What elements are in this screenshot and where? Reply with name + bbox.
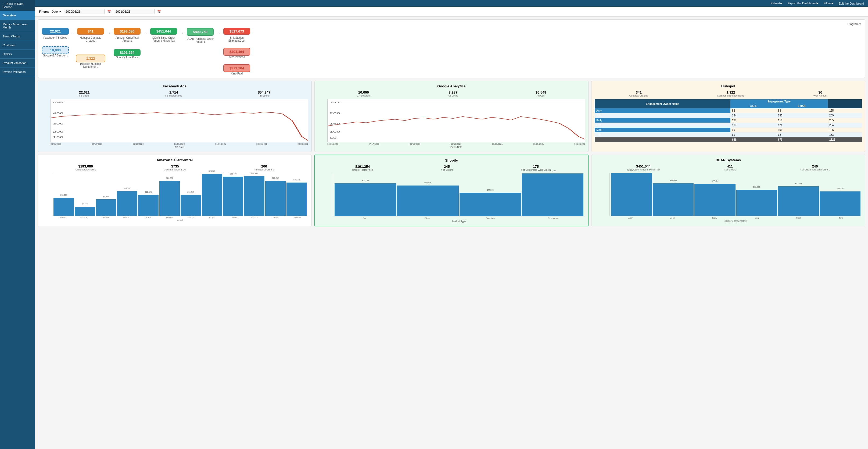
ga-x-tick-0: 05/31/2020 <box>327 143 338 145</box>
row-email-lisa: 121 <box>776 123 828 128</box>
bar-item: $12,049 <box>181 195 201 216</box>
sidebar-item-orders[interactable]: Orders <box>0 50 35 59</box>
sidebar-item-metrics[interactable]: Metrics Month over Month <box>0 20 35 32</box>
x-tick: Tom <box>820 217 862 219</box>
google-metrics: 10,000 GA Sessions 3,287 Ad Clicks $6,54… <box>318 90 585 97</box>
date-from-input[interactable] <box>64 9 104 14</box>
arrow-5: → <box>215 31 222 35</box>
fb-x-label: FB Date <box>51 146 308 148</box>
fb-x-tick-0: 05/31/2020 <box>51 143 61 145</box>
fb-x-tick-2: 09/13/2020 <box>133 143 144 145</box>
flow-label-hubspot-engagements: Hubspot Hubspot Number of... <box>76 62 105 68</box>
fb-spend-metric: $54,347 FB Spend <box>258 90 270 97</box>
shopify-chart-area: $62,105$58,685$44,936$81,039 BarPlateSan… <box>318 173 585 222</box>
row-email-kelly: 116 <box>776 118 828 123</box>
bar-item: $22,730 <box>223 177 244 216</box>
sidebar-item-invoice[interactable]: Invoice Validation <box>0 67 35 77</box>
sidebar-item-product[interactable]: Product Validation <box>0 59 35 67</box>
sidebar-item-trend[interactable]: Trend Charts <box>0 32 35 41</box>
ga-x-labels: 05/31/2020 07/17/2020 09/13/2020 11/10/2… <box>327 143 585 145</box>
flow-box-ga-sessions: 10,000 <box>42 46 69 54</box>
ad-clicks-metric: 3,287 Ad Clicks <box>448 90 458 97</box>
amazon-num-metric: 266 Number of Orders <box>254 164 274 171</box>
bar-value-label: $58,685 <box>424 182 431 184</box>
amazon-chart: Amazon SellerCentral $193,080 OrderTotal… <box>38 155 312 227</box>
ga-sessions-value: 10,000 <box>356 90 371 94</box>
x-tick: Lisa <box>736 217 778 219</box>
amazon-avg-label: Average Order Size <box>164 168 186 171</box>
ad-cost-metric: $6,549 Ad Cost <box>535 90 546 97</box>
refresh-button[interactable]: Refresh▾ <box>770 2 782 5</box>
fb-x-tick-3: 11/10/2020 <box>174 143 185 145</box>
svg-text:300: 300 <box>53 122 63 125</box>
ga-sessions-label: GA Sessions <box>356 94 371 97</box>
flow-box-hubspot-contacts: 341 <box>77 28 104 35</box>
x-tick: Amy <box>610 217 652 219</box>
diagram-title[interactable]: Diagram ▾ <box>42 22 861 26</box>
arrow-3: → <box>142 31 149 35</box>
bar-item: $81,039 <box>522 173 583 216</box>
facebook-chart: Facebook Ads 22,621 FB Clicks 1,714 FB I… <box>38 81 312 152</box>
row-name-tom: Tom <box>595 132 731 138</box>
ga-x-tick-3: 11/10/2020 <box>451 143 461 145</box>
row-name-amy: Amy <box>595 108 731 113</box>
flow-box-fb-clicks: 22,621 <box>42 28 69 35</box>
flow-label-amazon: Amazon OrderTotal Amount <box>112 36 142 42</box>
svg-text:200: 200 <box>53 130 63 133</box>
sidebar-item-overview[interactable]: Overview <box>0 11 35 20</box>
bar-item: $44,936 <box>460 193 521 216</box>
fb-impressions-value: 1,714 <box>165 90 182 94</box>
row-email-tom: 92 <box>776 132 828 138</box>
shopify-metrics: $191,254 Orders - Total Price 245 # of O… <box>318 164 585 171</box>
table-row: Kelly 139 116 255 <box>595 118 862 123</box>
filterbar: Filters: Date: ▾ 📅 📅 <box>35 7 868 17</box>
bar-item: $58,685 <box>397 185 459 216</box>
x-tick: Mark <box>778 217 820 219</box>
back-to-data-source[interactable]: ← Back to Data Source <box>0 0 35 11</box>
bar-item: $77,494 <box>694 184 735 216</box>
main-content: Refresh▾ Export the Dashboard▾ Filters▾ … <box>35 0 868 449</box>
row-name-kelly: Kelly <box>595 118 731 123</box>
ga-y-label: GA Sessions <box>327 115 328 129</box>
ga-x-tick-5: 03/05/2021 <box>533 143 544 145</box>
bar-value-label: $81,039 <box>549 170 556 172</box>
filters-button[interactable]: Filters▾ <box>824 2 833 5</box>
ga-x-tick-1: 07/17/2020 <box>368 143 379 145</box>
total-total: 1322 <box>828 138 862 142</box>
amazon-title: Amazon SellerCentral <box>41 158 308 162</box>
shopify-customers-label: # of Customers With Orders <box>521 169 551 171</box>
date-to-input[interactable] <box>114 9 155 14</box>
calendar-from-icon[interactable]: 📅 <box>107 10 111 13</box>
flow-col-4: $451,044 DEAR Sales Order Amount Minus T… <box>149 28 179 42</box>
contacts-value: 341 <box>629 90 648 94</box>
x-tick: 01/2021 <box>202 217 223 218</box>
export-button[interactable]: Export the Dashboard▾ <box>788 2 818 5</box>
row-call-john: 134 <box>731 113 776 118</box>
google-chart: Google Analytics 10,000 GA Sessions 3,28… <box>314 81 589 152</box>
amazon-order-value: $193,080 <box>75 164 96 168</box>
svg-text:100: 100 <box>53 136 63 139</box>
amazon-avg-value: $735 <box>164 164 186 168</box>
flow-col-5: $800,759 DEAR Purchase Order Amount <box>185 28 215 43</box>
flow-box-dear-purchase: $800,759 <box>187 28 214 36</box>
total-call: 649 <box>731 138 776 142</box>
x-tick: 12/2020 <box>180 217 202 218</box>
sidebar-item-customer[interactable]: Customer <box>0 41 35 50</box>
bar-value-label: $10,268 <box>60 194 67 196</box>
shopify-customers-metric: 175 # of Customers With Orders <box>521 164 551 171</box>
filters-label: Filters: <box>39 10 49 13</box>
amazon-chart-area: $10,268$5,222$9,558$14,287$12,021$20,272… <box>41 173 308 222</box>
edit-button[interactable]: Edit the Dashboard <box>839 2 864 5</box>
flow-col-2: 341 Hubspot Contacts Created 1,322 Hubsp… <box>76 28 105 68</box>
svg-text:200: 200 <box>330 111 340 114</box>
amazon-bars: $10,268$5,222$9,558$14,287$12,021$20,272… <box>52 173 308 216</box>
amazon-order-metric: $193,080 OrderTotal Amount <box>75 164 96 171</box>
svg-text:100: 100 <box>330 130 340 133</box>
date-filter-label[interactable]: Date: ▾ <box>52 10 61 13</box>
flow-box-xero-paid: $371,104 <box>223 64 250 72</box>
hubspot-chart: Hubspot 341 Contacts Created 1,322 Numbe… <box>591 81 865 152</box>
calendar-to-icon[interactable]: 📅 <box>157 10 161 13</box>
bar-value-label: $9,558 <box>103 196 109 197</box>
x-tick: John <box>652 217 694 219</box>
x-tick: Strongman <box>522 217 585 219</box>
